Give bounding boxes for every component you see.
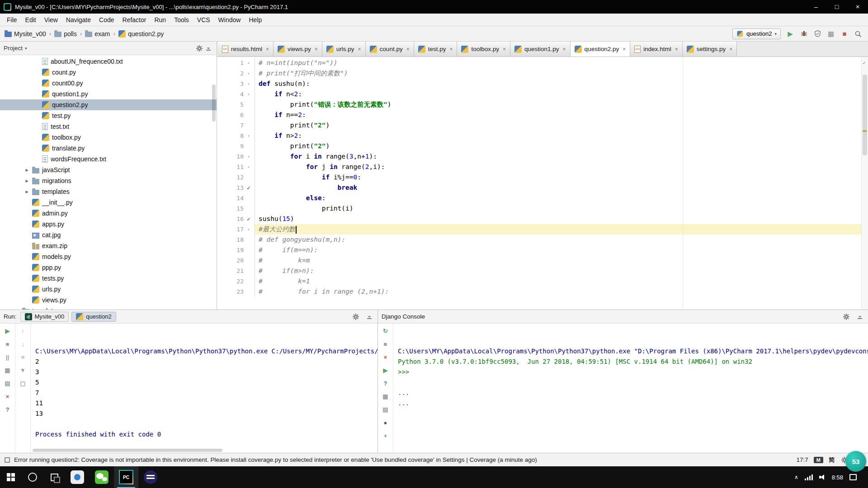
tree-item-templates[interactable]: ▶templates bbox=[0, 186, 217, 197]
editor-tab-count.py[interactable]: count.py× bbox=[366, 42, 414, 56]
bookmark-check-icon[interactable]: ✓ bbox=[244, 214, 254, 224]
tree-item-translate.py[interactable]: translate.py bbox=[0, 143, 217, 154]
start-button[interactable] bbox=[0, 466, 22, 488]
tree-item-apps.py[interactable]: apps.py bbox=[0, 219, 217, 230]
taskbar-eclipse-button[interactable] bbox=[138, 466, 163, 488]
pin-tab-button[interactable]: ▤ bbox=[3, 379, 12, 388]
code-line-1[interactable]: 1▾# n=int(input("n=")) bbox=[217, 58, 868, 68]
menu-item-help[interactable]: Help bbox=[245, 14, 266, 26]
caret-position-indicator[interactable]: 17:7 bbox=[797, 456, 808, 463]
gutter[interactable]: 10▾ bbox=[217, 151, 255, 162]
breadcrumb-item[interactable]: question2.py bbox=[118, 30, 164, 38]
fold-marker-icon[interactable]: ▾ bbox=[244, 151, 254, 162]
gutter[interactable]: 20 bbox=[217, 255, 255, 266]
tree-item-toolbox.py[interactable]: toolbox.py bbox=[0, 132, 217, 143]
code-line-7[interactable]: 7 print("2") bbox=[217, 120, 868, 131]
menu-item-navigate[interactable]: Navigate bbox=[62, 14, 95, 26]
gutter[interactable]: 18 bbox=[217, 235, 255, 245]
code-line-18[interactable]: 18# def gongyueshu(m,n): bbox=[217, 235, 868, 245]
task-view-button[interactable] bbox=[43, 466, 65, 488]
gutter[interactable]: 6 bbox=[217, 110, 255, 120]
editor-tab-urls.py[interactable]: urls.py× bbox=[322, 42, 366, 56]
code-line-22[interactable]: 22# k=1 bbox=[217, 276, 868, 286]
django-console-output[interactable]: C:\Users\MY\AppData\Local\Programs\Pytho… bbox=[393, 324, 868, 453]
run-console-output[interactable]: C:\Users\MY\AppData\Local\Programs\Pytho… bbox=[31, 324, 377, 453]
clear-all-button[interactable]: ▢ bbox=[19, 379, 28, 388]
console-settings-icon[interactable] bbox=[842, 312, 851, 321]
gutter[interactable]: 17▾ bbox=[217, 224, 255, 235]
stop-button[interactable]: ■ bbox=[839, 28, 850, 39]
menu-item-run[interactable]: Run bbox=[150, 14, 170, 26]
rerun-button[interactable]: ▶ bbox=[3, 326, 12, 335]
fold-marker-icon[interactable]: ▾ bbox=[244, 224, 254, 235]
coverage-button[interactable] bbox=[812, 28, 823, 39]
tree-item-views.py[interactable]: views.py bbox=[0, 295, 217, 305]
prev-trace-button[interactable]: ↑ bbox=[19, 326, 28, 335]
notification-center-icon[interactable] bbox=[849, 474, 857, 480]
search-everywhere-button[interactable] bbox=[853, 28, 863, 39]
tree-item-templates[interactable]: ▶templates bbox=[0, 305, 217, 310]
tree-item-urls.py[interactable]: urls.py bbox=[0, 284, 217, 295]
expand-arrow-icon[interactable]: ▶ bbox=[24, 179, 29, 183]
project-scrollbar[interactable] bbox=[212, 84, 216, 122]
menu-item-view[interactable]: View bbox=[40, 14, 62, 26]
breadcrumb-item[interactable]: polls bbox=[54, 30, 77, 38]
scroll-to-end-button[interactable]: ▼ bbox=[19, 366, 28, 375]
next-trace-button[interactable]: ↓ bbox=[19, 339, 28, 348]
taskbar-wechat-button[interactable] bbox=[90, 466, 114, 488]
help-button[interactable]: ? bbox=[381, 379, 390, 388]
breadcrumb-item[interactable]: exam bbox=[85, 30, 110, 38]
code-line-8[interactable]: 8▾ if n>2: bbox=[217, 131, 868, 141]
menu-item-tools[interactable]: Tools bbox=[170, 14, 193, 26]
ime-mode-indicator[interactable]: M bbox=[814, 457, 823, 463]
profiler-button[interactable]: ▦ bbox=[826, 28, 836, 39]
tab-close-icon[interactable]: × bbox=[449, 46, 453, 52]
code-line-13[interactable]: 13✓ break bbox=[217, 183, 868, 193]
volume-icon[interactable] bbox=[819, 474, 826, 480]
floating-badge[interactable]: 53 bbox=[845, 451, 866, 472]
help-button[interactable]: ? bbox=[3, 405, 12, 414]
tree-item-aboutUN_frequence00.txt[interactable]: aboutUN_frequence00.txt bbox=[0, 56, 217, 67]
gutter[interactable]: 5 bbox=[217, 99, 255, 110]
inspections-ok-icon[interactable]: ✓ bbox=[863, 58, 866, 68]
tree-item-count00.py[interactable]: count00.py bbox=[0, 78, 217, 89]
gutter[interactable]: 22 bbox=[217, 276, 255, 286]
gutter[interactable]: 14 bbox=[217, 193, 255, 203]
close-button[interactable]: × bbox=[847, 0, 868, 14]
gutter[interactable]: 19 bbox=[217, 245, 255, 255]
editor-tab-toolbox.py[interactable]: toolbox.py× bbox=[457, 42, 510, 56]
editor-tab-results.html[interactable]: results.html× bbox=[218, 42, 274, 56]
taskbar-pycharm-button[interactable] bbox=[114, 466, 138, 488]
run-configuration-selector[interactable]: question2 ▾ bbox=[732, 28, 781, 39]
code-line-16[interactable]: 16✓sushu(15) bbox=[217, 214, 868, 224]
run-settings-icon[interactable] bbox=[351, 312, 360, 321]
gutter[interactable]: 2▾ bbox=[217, 68, 255, 79]
pause-output-button[interactable]: || bbox=[3, 352, 12, 361]
tab-close-icon[interactable]: × bbox=[315, 46, 318, 52]
gutter[interactable]: 7 bbox=[217, 120, 255, 131]
debug-button[interactable] bbox=[798, 28, 809, 39]
tree-item-migrations[interactable]: ▶migrations bbox=[0, 175, 217, 186]
editor-tab-views.py[interactable]: views.py× bbox=[274, 42, 322, 56]
new-console-button[interactable]: + bbox=[381, 431, 390, 440]
code-line-12[interactable]: 12 if i%j==0: bbox=[217, 172, 868, 183]
minimize-button[interactable]: – bbox=[806, 0, 826, 14]
tree-item-question1.py[interactable]: question1.py bbox=[0, 89, 217, 99]
rerun-console-button[interactable]: ↻ bbox=[381, 326, 390, 335]
run-tab-question2[interactable]: question2 bbox=[71, 312, 116, 322]
history-button[interactable]: ▤ bbox=[381, 405, 390, 414]
code-line-21[interactable]: 21# if(m>n): bbox=[217, 266, 868, 276]
tab-close-icon[interactable]: × bbox=[729, 46, 732, 52]
menu-item-vcs[interactable]: VCS bbox=[193, 14, 214, 26]
tab-close-icon[interactable]: × bbox=[675, 46, 678, 52]
fold-marker-icon[interactable]: ▾ bbox=[244, 68, 254, 79]
code-line-20[interactable]: 20# k=m bbox=[217, 255, 868, 266]
tree-item-cat.jpg[interactable]: cat.jpg bbox=[0, 230, 217, 240]
tab-close-icon[interactable]: × bbox=[503, 46, 506, 52]
variables-view-button[interactable]: ▦ bbox=[381, 392, 390, 401]
gutter[interactable]: 3▾ bbox=[217, 79, 255, 89]
tree-item-wordsFrequence.txt[interactable]: wordsFrequence.txt bbox=[0, 154, 217, 164]
hide-panel-icon[interactable] bbox=[204, 44, 213, 53]
breadcrumb-item[interactable]: Mysite_v00 bbox=[5, 30, 46, 38]
fold-marker-icon[interactable]: ▾ bbox=[244, 131, 254, 141]
